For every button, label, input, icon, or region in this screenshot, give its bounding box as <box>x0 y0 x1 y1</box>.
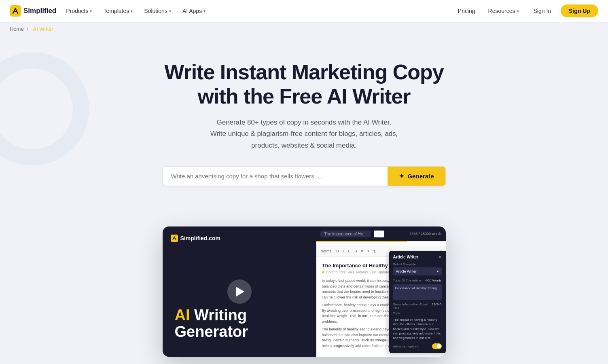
doc-word-counter: 1635 / 25000 words <box>409 232 441 236</box>
breadcrumb: Home / AI Writer <box>0 22 608 36</box>
search-bar: ✦ Generate <box>163 166 446 186</box>
toolbar-strikethrough[interactable]: S <box>354 248 358 254</box>
ai-panel-title: Article Writer <box>393 255 419 259</box>
breadcrumb-current: AI Writer <box>33 26 53 32</box>
ai-panel: Article Writer ✕ Select Template Article… <box>389 251 446 353</box>
brand-name: Simplified <box>23 7 56 15</box>
ai-info-sub: Topic <box>393 311 442 315</box>
ai-select-label: Select Template <box>393 262 442 266</box>
video-card: Simplified.com AI WritingGenerator The i… <box>163 226 446 357</box>
video-right: The importance of He... + 1635 / 25000 w… <box>316 226 446 357</box>
logo-link[interactable]: Simplified <box>10 5 56 17</box>
nav-products[interactable]: Products ▾ <box>61 5 97 17</box>
video-section: Simplified.com AI WritingGenerator The i… <box>0 226 608 364</box>
svg-rect-0 <box>10 5 21 17</box>
breadcrumb-separator: / <box>27 26 28 32</box>
toolbar-text[interactable]: T <box>366 248 371 254</box>
doc-status-dot <box>322 271 324 273</box>
search-bar-container: ✦ Generate <box>10 166 598 186</box>
toolbar-italic[interactable]: I <box>342 248 345 254</box>
generate-label: Generate <box>407 173 434 180</box>
ai-topic-textarea[interactable]: Importance of Healthy Eating <box>393 284 442 300</box>
ai-info-row: Some Information About This 29/240 <box>393 303 442 310</box>
toolbar-paragraph[interactable]: ¶ <box>372 248 377 254</box>
toolbar-normal[interactable]: Normal <box>320 248 334 254</box>
video-brand-icon <box>171 235 178 242</box>
ai-panel-close-button[interactable]: ✕ <box>439 255 442 259</box>
ai-toggle-row: Advanced options <box>393 343 442 349</box>
generate-button[interactable]: ✦ Generate <box>388 167 445 186</box>
products-chevron-icon: ▾ <box>90 9 92 13</box>
ai-panel-header: Article Writer ✕ <box>393 255 442 259</box>
hero-subtitle: Generate 80+ types of copy in seconds wi… <box>191 117 417 152</box>
toolbar-align[interactable]: ≡ <box>360 248 364 254</box>
doc-header: The importance of He... + 1635 / 25000 w… <box>316 226 446 241</box>
video-brand: Simplified.com <box>171 235 221 242</box>
nav-links: Products ▾ Templates ▾ Solutions ▾ AI Ap… <box>61 5 453 17</box>
video-title-ai: AI <box>175 307 190 324</box>
progress-bar <box>316 241 446 242</box>
logo-icon <box>10 5 21 17</box>
play-button[interactable] <box>227 279 252 304</box>
ai-impact-text: The impact of having a healthy diet, the… <box>393 317 442 340</box>
ai-template-select[interactable]: Article Writer ▾ <box>393 267 442 275</box>
hero-section: Write Instant Marketing Copy with the Fr… <box>0 36 608 226</box>
video-brand-text: Simplified.com <box>180 235 221 241</box>
toolbar-bold[interactable]: B <box>335 248 340 254</box>
resources-chevron-icon: ▾ <box>517 9 519 13</box>
templates-chevron-icon: ▾ <box>131 9 133 13</box>
nav-right: Pricing Resources ▾ Sign In Sign Up <box>453 4 598 17</box>
nav-templates[interactable]: Templates ▾ <box>98 5 138 17</box>
navbar: Simplified Products ▾ Templates ▾ Soluti… <box>0 0 608 22</box>
nav-ai-apps[interactable]: AI Apps ▾ <box>178 5 210 17</box>
generate-icon: ✦ <box>399 172 404 180</box>
video-title: AI WritingGenerator <box>175 307 304 341</box>
nav-resources[interactable]: Resources ▾ <box>483 5 524 17</box>
ai-apps-chevron-icon: ▾ <box>203 9 205 13</box>
doc-tab-active[interactable]: + <box>374 231 384 237</box>
ai-topic-row: Topic Of The Article 4/20 Words <box>393 279 442 282</box>
hero-title: Write Instant Marketing Copy with the Fr… <box>146 60 462 109</box>
breadcrumb-home[interactable]: Home <box>10 26 24 32</box>
toolbar-underline[interactable]: U <box>347 248 352 254</box>
signup-button[interactable]: Sign Up <box>561 4 598 17</box>
ai-advanced-label: Advanced options <box>393 345 419 348</box>
video-inner: Simplified.com AI WritingGenerator The i… <box>163 226 446 357</box>
signin-button[interactable]: Sign In <box>527 5 558 17</box>
doc-tab-inactive: The importance of He... <box>320 231 371 237</box>
video-left: Simplified.com AI WritingGenerator <box>163 226 316 357</box>
progress-fill <box>316 241 407 242</box>
nav-solutions[interactable]: Solutions ▾ <box>139 5 176 17</box>
search-input[interactable] <box>163 167 388 185</box>
svg-rect-1 <box>171 235 178 242</box>
play-icon <box>236 287 244 296</box>
ai-toggle[interactable] <box>432 343 442 349</box>
solutions-chevron-icon: ▾ <box>169 9 171 13</box>
nav-pricing[interactable]: Pricing <box>453 5 480 17</box>
